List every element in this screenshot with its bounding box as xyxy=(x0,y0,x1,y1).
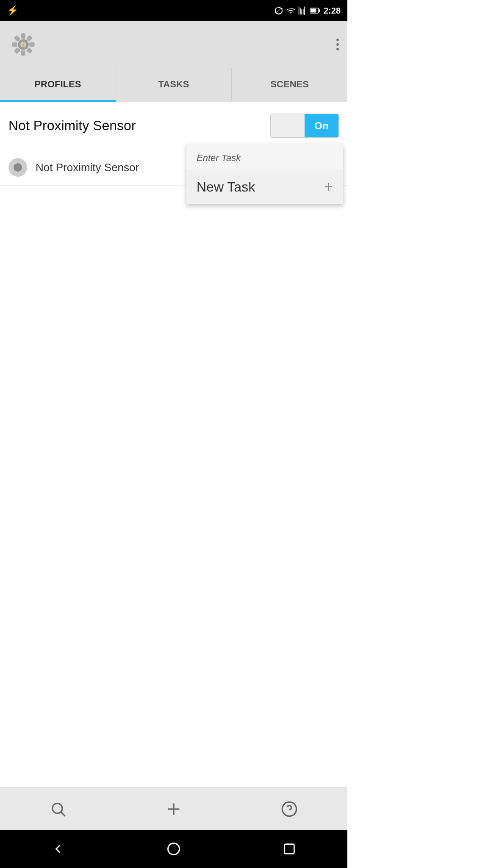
alarm-icon xyxy=(274,6,283,15)
new-task-item[interactable]: New Task + xyxy=(186,170,343,204)
new-task-plus-icon: + xyxy=(324,178,333,196)
svg-rect-5 xyxy=(21,33,25,39)
toggle-on-section[interactable]: On xyxy=(305,114,338,137)
tab-profiles[interactable]: PROFILES xyxy=(0,68,116,100)
toggle-on-label: On xyxy=(314,120,328,132)
new-task-label: New Task xyxy=(197,179,255,195)
help-button[interactable] xyxy=(277,796,302,822)
tab-bar: PROFILES TASKS SCENES xyxy=(0,68,347,102)
toggle-off-section xyxy=(271,114,305,137)
svg-rect-21 xyxy=(285,844,294,854)
more-dot-1 xyxy=(336,39,339,41)
app-logo[interactable] xyxy=(8,30,38,59)
add-button[interactable] xyxy=(161,796,186,822)
tab-tasks[interactable]: TASKS xyxy=(116,68,232,100)
status-bar-right: 2:28 xyxy=(274,6,341,16)
recents-icon xyxy=(282,842,297,856)
enter-task-dropdown: Enter Task New Task + xyxy=(186,144,343,204)
app-bar xyxy=(0,21,347,68)
more-options-button[interactable] xyxy=(336,39,339,50)
search-icon xyxy=(50,801,67,818)
profile-item-text: Not Proximity Sensor xyxy=(36,161,139,174)
nav-bar xyxy=(0,830,347,868)
status-bar-left: ⚡ xyxy=(7,5,18,16)
home-button[interactable] xyxy=(157,832,191,866)
svg-point-20 xyxy=(168,843,179,855)
back-button[interactable] xyxy=(41,832,75,866)
svg-point-14 xyxy=(52,803,62,813)
recents-button[interactable] xyxy=(272,832,306,866)
lightning-icon: ⚡ xyxy=(7,5,18,16)
home-icon xyxy=(166,841,181,857)
profile-title: Not Proximity Sensor xyxy=(8,118,136,134)
battery-icon xyxy=(310,6,320,15)
svg-line-15 xyxy=(61,812,65,816)
profile-header-row: Not Proximity Sensor On xyxy=(0,102,347,150)
status-bar: ⚡ 2:28 xyxy=(0,0,347,21)
svg-rect-9 xyxy=(21,50,25,56)
back-icon xyxy=(50,841,66,857)
dropdown-header: Enter Task xyxy=(186,144,343,170)
wifi-icon xyxy=(286,6,295,15)
svg-rect-2 xyxy=(311,9,316,13)
signal-icon xyxy=(298,6,307,15)
add-icon xyxy=(165,801,182,818)
svg-rect-11 xyxy=(12,42,17,47)
app-logo-svg xyxy=(8,30,38,59)
help-icon xyxy=(281,801,298,818)
toggle-button[interactable]: On xyxy=(270,114,339,138)
bottom-toolbar xyxy=(0,787,347,830)
profile-item-icon xyxy=(8,158,27,177)
more-dot-3 xyxy=(336,48,339,50)
svg-rect-7 xyxy=(29,42,35,47)
more-dot-2 xyxy=(336,43,339,46)
tab-scenes[interactable]: SCENES xyxy=(232,68,347,100)
search-button[interactable] xyxy=(45,796,71,822)
status-time: 2:28 xyxy=(324,6,341,16)
svg-rect-1 xyxy=(319,9,320,12)
